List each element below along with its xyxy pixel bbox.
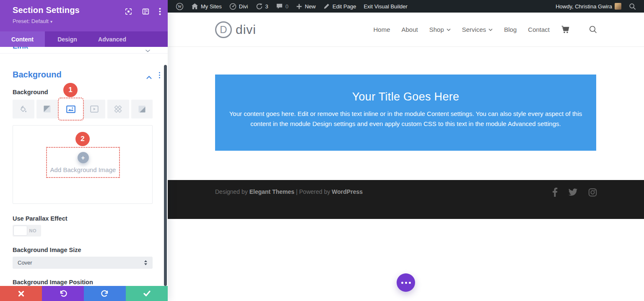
panel-header: Section Settings Preset: Default▾ [0,0,168,31]
panel-scrollbar[interactable] [164,65,167,286]
image-position-label: Background Image Position [13,279,93,286]
ellipsis-dot [405,282,407,284]
ellipsis-dot [409,282,411,284]
bg-image-button[interactable] [60,100,82,118]
ellipsis-dot [401,282,403,284]
check-icon [143,291,151,296]
save-button[interactable] [126,286,168,301]
panel-action-bar [0,286,168,301]
redo-icon [101,290,109,298]
panel-options-icon[interactable] [159,8,161,15]
search-icon [629,3,636,10]
facebook-icon[interactable] [552,188,558,197]
comment-icon [276,3,283,10]
hero-body[interactable]: Your content goes here. Edit or remove t… [222,109,590,129]
comments-menu[interactable]: 0 [272,0,292,13]
toggle-knob[interactable] [13,226,27,236]
divi-menu[interactable]: Divi [226,0,252,13]
discard-button[interactable] [0,286,42,301]
bg-mask-button[interactable] [131,100,153,118]
bg-color-button[interactable] [13,100,34,118]
redo-button[interactable] [84,286,126,301]
parallax-label: Use Parallax Effect [13,215,68,222]
updates-menu[interactable]: 3 [252,0,272,13]
edit-page-menu[interactable]: Edit Page [319,0,360,13]
annotation-step-1: 1 [63,83,78,97]
bg-pattern-button[interactable] [107,100,129,118]
cart-icon[interactable] [561,26,569,33]
add-image-label: Add Background Image [50,166,116,173]
add-image-plus-icon[interactable]: + [78,152,89,163]
admin-search[interactable] [625,0,640,13]
preset-label: Preset: Default [13,18,49,24]
hero-section[interactable]: Your Title Goes Here Your content goes h… [215,75,596,151]
logo-text: divi [236,23,256,37]
page-settings-button[interactable] [397,273,415,292]
link-section-heading[interactable]: Link [13,47,28,51]
site-search-icon[interactable] [589,26,597,33]
close-icon [18,291,24,297]
undo-icon [59,290,67,298]
visual-builder-screen: Section Settings Preset: Default▾ Conten… [0,0,644,301]
background-image-box: 2 + Add Background Image [13,125,153,204]
select-arrows-icon [144,260,148,265]
preset-selector[interactable]: Preset: Default▾ [13,18,52,24]
twitter-icon[interactable] [568,188,578,196]
section-settings-panel: Section Settings Preset: Default▾ Conten… [0,0,168,301]
site-preview: W My Sites Divi 3 0 New [168,0,644,301]
background-collapse-icon[interactable] [146,73,152,81]
chevron-down-icon [488,28,493,31]
add-background-image-dropzone[interactable]: + Add Background Image [46,147,120,178]
account-menu[interactable]: Howdy, Christina Gwira [552,0,625,13]
chevron-down-icon [447,28,451,31]
updates-icon [256,3,263,10]
site-logo[interactable]: D divi [215,21,256,38]
instagram-icon[interactable] [588,188,597,197]
svg-text:W: W [178,4,182,8]
footer-social [552,188,597,197]
bg-gradient-button[interactable] [36,100,58,118]
nav-about[interactable]: About [401,26,418,33]
image-size-label: Background Image Size [13,247,81,253]
wordpress-link[interactable]: WordPress [332,188,363,195]
tab-advanced[interactable]: Advanced [90,31,135,47]
tab-design[interactable]: Design [45,31,90,47]
annotation-step-2: 2 [75,132,90,146]
background-options-icon[interactable] [159,72,160,78]
hero-title[interactable]: Your Title Goes Here [215,90,596,103]
footer-credit: Designed by Elegant Themes | Powered by … [215,188,363,195]
wp-admin-bar: W My Sites Divi 3 0 New [168,0,644,13]
toggle-off-label: NO [29,228,37,233]
nav-home[interactable]: Home [373,26,390,33]
nav-shop[interactable]: Shop [429,26,451,33]
nav-blog[interactable]: Blog [504,26,517,33]
panel-body: Link Background Background 1 [0,47,168,286]
site-footer: Designed by Elegant Themes | Powered by … [168,180,644,219]
wordpress-icon: W [176,3,184,10]
house-icon [191,3,198,10]
background-section-heading[interactable]: Background [13,70,62,80]
elegant-themes-link[interactable]: Elegant Themes [249,188,294,195]
gauge-icon [229,3,236,10]
background-type-row [13,100,153,118]
image-size-value: Cover [18,260,32,266]
new-menu[interactable]: New [292,0,319,13]
logo-mark: D [215,21,232,38]
panel-tabs: Content Design Advanced [0,31,168,47]
expand-modal-icon[interactable] [125,8,132,15]
parallax-toggle[interactable]: NO [13,225,41,237]
wp-logo-menu[interactable]: W [172,0,187,13]
image-size-select[interactable]: Cover [13,257,153,269]
bg-video-button[interactable] [84,100,106,118]
tab-content[interactable]: Content [0,31,45,47]
my-sites-menu[interactable]: My Sites [187,0,226,13]
undo-button[interactable] [42,286,84,301]
caret-down-icon: ▾ [50,19,52,24]
background-field-label: Background [13,89,48,95]
panel-title: Section Settings [13,5,80,15]
site-header: D divi Home About Shop Services Blog Con… [168,13,644,47]
dock-panel-icon[interactable] [142,8,150,15]
nav-services[interactable]: Services [462,26,493,33]
exit-visual-builder[interactable]: Exit Visual Builder [360,0,411,13]
nav-contact[interactable]: Contact [528,26,550,33]
